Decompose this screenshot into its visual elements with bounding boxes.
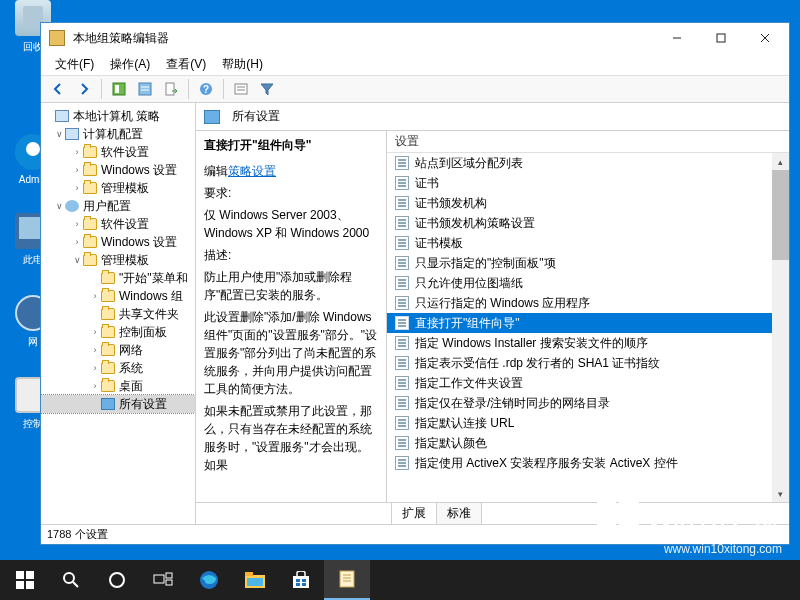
window-controls: [655, 24, 787, 52]
svg-rect-15: [16, 571, 24, 579]
requirements-label: 要求:: [204, 184, 378, 202]
description-label: 描述:: [204, 246, 378, 264]
scroll-up-button[interactable]: ▴: [772, 153, 789, 170]
start-button[interactable]: [2, 560, 48, 600]
setting-label: 只允许使用位图墙纸: [415, 275, 523, 292]
setting-row[interactable]: 只显示指定的"控制面板"项: [387, 253, 789, 273]
setting-label: 指定 Windows Installer 搜索安装文件的顺序: [415, 335, 648, 352]
settings-icon: [204, 110, 220, 124]
setting-row[interactable]: 指定工作文件夹设置: [387, 373, 789, 393]
tree-comp-software[interactable]: ›软件设置: [41, 143, 195, 161]
svg-rect-5: [115, 85, 119, 93]
properties-button[interactable]: [134, 78, 156, 100]
svg-rect-24: [166, 580, 172, 585]
menu-action[interactable]: 操作(A): [102, 54, 158, 75]
setting-row[interactable]: 证书颁发机构策略设置: [387, 213, 789, 233]
svg-point-21: [110, 573, 124, 587]
settings-list[interactable]: ▴ ▾ 站点到区域分配列表证书证书颁发机构证书颁发机构策略设置证书模板只显示指定…: [387, 153, 789, 502]
tree-user-software[interactable]: ›软件设置: [41, 215, 195, 233]
setting-row[interactable]: 指定默认连接 URL: [387, 413, 789, 433]
scroll-thumb[interactable]: [772, 170, 789, 260]
gpedit-taskbar-button[interactable]: [324, 560, 370, 600]
tree-user-config[interactable]: ∨用户配置: [41, 197, 195, 215]
app-icon: [49, 30, 65, 46]
setting-row[interactable]: 证书模板: [387, 233, 789, 253]
task-view-button[interactable]: [140, 560, 186, 600]
tree-root[interactable]: 本地计算机 策略: [41, 107, 195, 125]
svg-rect-32: [296, 583, 300, 586]
titlebar[interactable]: 本地组策略编辑器: [41, 23, 789, 53]
edge-button[interactable]: [186, 560, 232, 600]
setting-row[interactable]: 证书颁发机构: [387, 193, 789, 213]
scrollbar[interactable]: ▴ ▾: [772, 153, 789, 502]
setting-label: 指定默认连接 URL: [415, 415, 514, 432]
tree-network[interactable]: ›网络: [41, 341, 195, 359]
show-hide-tree-button[interactable]: [108, 78, 130, 100]
user-icon: [65, 200, 79, 212]
taskbar[interactable]: [0, 560, 800, 600]
setting-icon: [395, 356, 409, 370]
tree-desktop[interactable]: ›桌面: [41, 377, 195, 395]
setting-icon: [395, 436, 409, 450]
setting-icon: [395, 256, 409, 270]
tree-start-menu[interactable]: "开始"菜单和: [41, 269, 195, 287]
minimize-button[interactable]: [655, 24, 699, 52]
tree-user-templates[interactable]: ∨管理模板: [41, 251, 195, 269]
search-button[interactable]: [48, 560, 94, 600]
edit-policy-link[interactable]: 策略设置: [228, 164, 276, 178]
column-header-setting[interactable]: 设置: [387, 131, 789, 153]
tree-all-settings[interactable]: 所有设置: [41, 395, 195, 413]
setting-row[interactable]: 指定 Windows Installer 搜索安装文件的顺序: [387, 333, 789, 353]
svg-point-19: [64, 573, 74, 583]
tree-comp-templates[interactable]: ›管理模板: [41, 179, 195, 197]
svg-rect-28: [247, 578, 263, 586]
setting-label: 指定仅在登录/注销时同步的网络目录: [415, 395, 610, 412]
filter-options-button[interactable]: [230, 78, 252, 100]
setting-icon: [395, 236, 409, 250]
setting-row[interactable]: 指定表示受信任 .rdp 发行者的 SHA1 证书指纹: [387, 353, 789, 373]
tree-computer-config[interactable]: ∨计算机配置: [41, 125, 195, 143]
settings-icon: [101, 398, 115, 410]
back-button[interactable]: [47, 78, 69, 100]
close-button[interactable]: [743, 24, 787, 52]
setting-row[interactable]: 指定默认颜色: [387, 433, 789, 453]
filter-button[interactable]: [256, 78, 278, 100]
tree-pane[interactable]: 本地计算机 策略 ∨计算机配置 ›软件设置 ›Windows 设置 ›管理模板 …: [41, 103, 196, 524]
setting-row[interactable]: 只允许使用位图墙纸: [387, 273, 789, 293]
tab-standard[interactable]: 标准: [436, 502, 482, 524]
cortana-button[interactable]: [94, 560, 140, 600]
pane-header: 所有设置: [196, 103, 789, 131]
setting-row[interactable]: 证书: [387, 173, 789, 193]
tree-control-panel[interactable]: ›控制面板: [41, 323, 195, 341]
svg-rect-27: [245, 572, 253, 576]
svg-rect-33: [302, 583, 306, 586]
tree-comp-windows[interactable]: ›Windows 设置: [41, 161, 195, 179]
tab-extended[interactable]: 扩展: [391, 502, 437, 524]
setting-row[interactable]: 站点到区域分配列表: [387, 153, 789, 173]
explorer-button[interactable]: [232, 560, 278, 600]
status-text: 1788 个设置: [47, 527, 108, 542]
tree-shared-folders[interactable]: 共享文件夹: [41, 305, 195, 323]
help-button[interactable]: ?: [195, 78, 217, 100]
setting-row[interactable]: 指定使用 ActiveX 安装程序服务安装 ActiveX 控件: [387, 453, 789, 473]
setting-row[interactable]: 直接打开"组件向导": [387, 313, 789, 333]
setting-row[interactable]: 只运行指定的 Windows 应用程序: [387, 293, 789, 313]
setting-icon: [395, 216, 409, 230]
folder-icon: [83, 182, 97, 194]
tree-win-components[interactable]: ›Windows 组: [41, 287, 195, 305]
menu-file[interactable]: 文件(F): [47, 54, 102, 75]
store-button[interactable]: [278, 560, 324, 600]
tree-user-windows[interactable]: ›Windows 设置: [41, 233, 195, 251]
menu-view[interactable]: 查看(V): [158, 54, 214, 75]
svg-rect-29: [293, 576, 309, 588]
forward-button[interactable]: [73, 78, 95, 100]
tree-system[interactable]: ›系统: [41, 359, 195, 377]
export-button[interactable]: [160, 78, 182, 100]
maximize-button[interactable]: [699, 24, 743, 52]
setting-label: 指定使用 ActiveX 安装程序服务安装 ActiveX 控件: [415, 455, 678, 472]
setting-icon: [395, 156, 409, 170]
setting-label: 只显示指定的"控制面板"项: [415, 255, 556, 272]
setting-row[interactable]: 指定仅在登录/注销时同步的网络目录: [387, 393, 789, 413]
folder-icon: [101, 344, 115, 356]
menu-help[interactable]: 帮助(H): [214, 54, 271, 75]
